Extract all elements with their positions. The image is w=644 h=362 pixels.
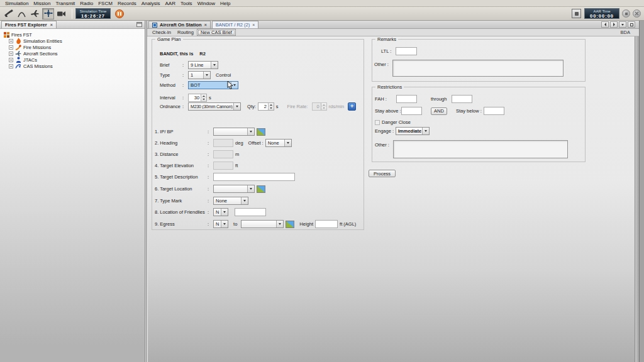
fire-rate-unit: rds/min	[329, 104, 345, 109]
tree-root-fires-fst[interactable]: Fires FST	[3, 31, 145, 38]
pick-from-map-icon[interactable]	[286, 221, 294, 228]
bda-label[interactable]: BDA	[621, 30, 630, 35]
fah-from-field[interactable]	[396, 95, 417, 103]
ordnance-row: Ordnance : M230 (30mm Cannon) Qty: 2 s F…	[160, 102, 356, 111]
qty-stepper[interactable]: 2	[258, 102, 274, 111]
tab-new-cas-brief[interactable]: New CAS Brief	[197, 29, 236, 36]
distance-unit: m	[235, 151, 239, 157]
menu-mission[interactable]: Mission	[31, 1, 53, 6]
egress-direction-select[interactable]: N	[213, 220, 228, 228]
expand-icon[interactable]: +	[9, 64, 13, 69]
method-select[interactable]: BOT	[188, 81, 238, 89]
expand-icon[interactable]: +	[9, 52, 13, 56]
chevron-down-icon[interactable]	[233, 103, 240, 110]
remarks-other-field[interactable]	[392, 60, 564, 77]
ltl-field[interactable]	[396, 47, 417, 55]
chevron-down-icon[interactable]	[247, 185, 254, 192]
chevron-down-icon[interactable]	[221, 209, 228, 216]
chevron-down-icon[interactable]	[276, 221, 283, 228]
menu-radio[interactable]: Radio	[77, 1, 96, 6]
egress-height-field[interactable]	[315, 220, 338, 228]
brief-select[interactable]: 9 Line	[188, 61, 218, 69]
and-toggle-button[interactable]: AND	[431, 107, 447, 115]
artillery-tool-icon[interactable]	[3, 8, 14, 19]
aar-play-button[interactable]	[622, 9, 630, 18]
tab-aircraft-on-station[interactable]: Aircraft On Station ×	[148, 21, 211, 28]
menu-help[interactable]: Help	[218, 1, 233, 6]
tab-bandit-r2[interactable]: BANDIT / R2 (2) ×	[212, 21, 259, 28]
process-button[interactable]: Process	[369, 170, 396, 177]
ordnance-select[interactable]: M230 (30mm Cannon)	[188, 102, 241, 111]
explorer-tab[interactable]: Fires FST Explorer ×	[1, 21, 57, 28]
chevron-down-icon[interactable]	[422, 128, 429, 134]
close-icon[interactable]: ×	[50, 23, 53, 27]
trajectory-tool-icon[interactable]	[16, 8, 28, 19]
chevron-down-icon[interactable]	[221, 221, 228, 228]
ip-bp-select[interactable]	[213, 128, 255, 136]
restrictions-other-field[interactable]	[393, 140, 568, 158]
type-mark-select[interactable]: None	[213, 197, 248, 205]
menu-records[interactable]: Records	[115, 1, 139, 6]
expand-icon[interactable]: +	[9, 58, 13, 62]
camera-tool-icon[interactable]	[55, 8, 67, 19]
uav-tool-icon[interactable]	[42, 8, 54, 19]
type-select[interactable]: 1	[188, 71, 211, 79]
restore-panel-icon[interactable]	[136, 22, 142, 27]
tree-item-cas-missions[interactable]: + CAS Missions	[3, 63, 145, 69]
interval-stepper[interactable]: 30	[188, 94, 207, 102]
close-icon[interactable]: ×	[204, 23, 207, 27]
chevron-down-icon[interactable]	[241, 197, 248, 204]
aar-close-button[interactable]	[633, 9, 641, 18]
chevron-down-icon[interactable]	[231, 82, 238, 89]
scroll-tabs-right-button[interactable]	[610, 21, 618, 28]
aar-record-button[interactable]	[572, 9, 581, 18]
pick-from-map-icon[interactable]	[257, 128, 265, 136]
close-icon[interactable]: ×	[252, 23, 255, 27]
expand-icon[interactable]: +	[9, 39, 13, 43]
menu-transmit[interactable]: Transmit	[53, 1, 77, 6]
engage-select[interactable]: Immediate	[396, 127, 430, 135]
scroll-tabs-left-button[interactable]	[601, 21, 609, 28]
tree-item-fire-missions[interactable]: + Fire Missions	[3, 44, 145, 50]
scrollbar[interactable]	[635, 36, 639, 362]
chevron-down-icon[interactable]	[284, 140, 291, 146]
pick-from-map-icon[interactable]	[257, 185, 265, 193]
friendlies-direction-select[interactable]: N	[213, 208, 228, 216]
tab-routing[interactable]: Routing	[174, 30, 197, 35]
target-location-select[interactable]	[213, 185, 255, 193]
chevron-down-icon[interactable]	[211, 62, 218, 69]
target-elevation-field	[213, 162, 233, 170]
tab-check-in[interactable]: Check-In	[149, 30, 174, 35]
target-description-label: 5. Target Description	[155, 174, 208, 180]
aircraft-tool-icon[interactable]	[29, 8, 41, 19]
menu-fscm[interactable]: FSCM	[96, 1, 115, 6]
tree-item-simulation-entities[interactable]: + Simulation Entities	[3, 38, 145, 44]
pause-button[interactable]	[115, 9, 124, 18]
tree-item-jtacs[interactable]: + JTACs	[3, 57, 145, 63]
aar-time-value: 00:00:00	[588, 14, 616, 19]
menu-tools[interactable]: Tools	[178, 1, 195, 6]
menu-simulation[interactable]: Simulation	[3, 1, 31, 6]
friendlies-distance-field[interactable]	[235, 208, 266, 216]
tree-item-aircraft-sections[interactable]: + Aircraft Sections	[3, 50, 145, 57]
menu-window[interactable]: Window	[195, 1, 218, 6]
egress-point-select[interactable]	[241, 220, 284, 228]
fires-fst-explorer-panel: Fires FST Explorer × Fires FST + Simulat…	[0, 21, 145, 362]
type-suffix: Control	[216, 72, 231, 78]
stay-above-label: Stay above :	[375, 108, 401, 114]
chevron-down-icon[interactable]	[247, 128, 254, 135]
maximize-view-button[interactable]	[628, 21, 635, 28]
tab-list-button[interactable]	[619, 21, 626, 28]
distance-row: 3. Distance : m	[155, 150, 239, 158]
offset-select[interactable]: None	[265, 139, 292, 147]
brief-label: Brief	[160, 62, 182, 68]
menu-aar[interactable]: AAR	[162, 1, 177, 6]
stay-below-field[interactable]	[484, 107, 504, 115]
stay-above-field[interactable]	[401, 107, 422, 115]
expand-icon[interactable]: +	[9, 45, 13, 50]
fah-through-field[interactable]	[452, 95, 472, 103]
target-description-field[interactable]	[213, 173, 295, 181]
menu-analysis[interactable]: Analysis	[139, 1, 163, 6]
add-ordnance-icon[interactable]: +	[348, 102, 356, 111]
chevron-down-icon[interactable]	[203, 72, 210, 79]
